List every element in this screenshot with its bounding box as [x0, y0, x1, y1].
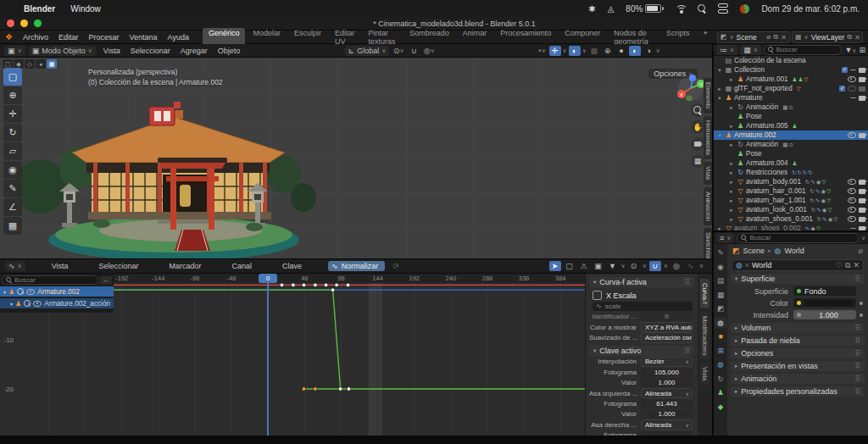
- topbar-menu[interactable]: Procesar: [84, 32, 125, 42]
- outliner-row[interactable]: ▸ ♟ Armature.004 ♟: [714, 158, 868, 168]
- surface-shader-button[interactable]: Fondo: [793, 286, 856, 296]
- viewport-menu[interactable]: Seleccionar: [126, 47, 175, 55]
- proportional-edit-toggle[interactable]: ◎: [670, 261, 682, 271]
- ghost-curves-toggle[interactable]: ▣: [593, 261, 604, 271]
- transform-orientation-dropdown[interactable]: ⊾ Global∨: [345, 46, 390, 56]
- collapsed-panel-header[interactable]: ▸Opciones ⠿: [731, 348, 865, 358]
- pin-icon[interactable]: [17, 288, 24, 295]
- mode-dropdown[interactable]: ▣ Modo Objeto∨: [29, 46, 96, 56]
- viewport-menu[interactable]: Objeto: [214, 47, 245, 55]
- copy-icon[interactable]: ⧉: [845, 261, 850, 270]
- expander-icon[interactable]: ▸: [728, 104, 735, 111]
- active-key-property-value[interactable]: 61.443: [641, 399, 693, 408]
- shading-wireframe-button[interactable]: ⊕: [602, 46, 614, 56]
- smoothing-dropdown[interactable]: Aceleración continua: [641, 332, 693, 343]
- pin-icon[interactable]: ⌀: [859, 247, 863, 255]
- shading-material-button[interactable]: ◐: [629, 46, 641, 56]
- magnet-snap-toggle[interactable]: ∪: [649, 261, 661, 271]
- collapsed-panel-header[interactable]: ▸Volumen ⠿: [731, 323, 865, 333]
- expander-icon[interactable]: ▸: [728, 160, 735, 167]
- viewlayer-selector[interactable]: ▦∨ ViewLayer ⧉ ✕: [792, 31, 863, 43]
- color-swatch[interactable]: [804, 300, 853, 306]
- fcurve-panel-header[interactable]: ▾ Curva-f activa ⠿: [589, 277, 694, 287]
- restriction-toggle-icon[interactable]: [859, 77, 865, 82]
- spotlight-icon[interactable]: [698, 4, 706, 13]
- restriction-toggle-icon[interactable]: [848, 179, 856, 185]
- expander-icon[interactable]: ▸: [728, 169, 735, 176]
- expand-channels-icon[interactable]: ↔: [100, 276, 112, 285]
- restriction-toggle-icon[interactable]: [850, 228, 856, 230]
- normalize-toggle[interactable]: ∿ Normalizar: [328, 261, 385, 271]
- restriction-toggle-icon[interactable]: [859, 198, 865, 203]
- outliner-row[interactable]: ▾ ♟ Armature: [714, 93, 868, 103]
- restriction-toggle-icon[interactable]: [848, 86, 856, 92]
- playhead-current-frame[interactable]: 0: [259, 274, 277, 283]
- restriction-toggle-icon[interactable]: [848, 207, 856, 213]
- expander-icon[interactable]: ▾: [10, 301, 13, 307]
- outliner-row[interactable]: ♟ Pose: [714, 149, 868, 158]
- graph-editor-menu[interactable]: Vista: [47, 262, 73, 270]
- world-datablock-selector[interactable]: ◍∨ World ♡ ⧉ ✕: [732, 259, 864, 271]
- toggle-perspective-icon[interactable]: ▦: [691, 154, 704, 168]
- outliner-row[interactable]: ▸ ▽ avaturn_shoes_0.001 ↻✎◉▽: [714, 214, 868, 224]
- filter-icon[interactable]: ▼∨: [844, 46, 856, 54]
- pan-hand-icon[interactable]: ✋: [691, 120, 704, 134]
- restriction-toggle-icon[interactable]: [848, 76, 856, 82]
- viewport-sidebar-tab[interactable]: Elemento: [704, 78, 713, 114]
- outliner-row[interactable]: ▸ ▽ avaturn_body.001 ↻✎◉▽: [714, 177, 868, 186]
- outliner-row[interactable]: ▤ Colección de la escena: [714, 56, 868, 65]
- expander-icon[interactable]: ▸: [728, 179, 735, 186]
- rna-path-field[interactable]: ∿scale: [593, 302, 693, 311]
- macos-app-menu[interactable]: Blender: [24, 4, 55, 14]
- restriction-toggle-icon[interactable]: [859, 68, 865, 73]
- restriction-toggle-icon[interactable]: [859, 189, 865, 194]
- active-key-property-value[interactable]: Alineada: [641, 419, 693, 430]
- active-key-panel-header[interactable]: ▾ Clave activo ⠿: [589, 346, 694, 356]
- restriction-toggle-icon[interactable]: [848, 197, 856, 203]
- outliner-row[interactable]: ▸ ▽ avaturn_look_0.001 ↻✎◉▽: [714, 205, 868, 214]
- xray-toggle[interactable]: ▩: [588, 46, 600, 56]
- scene-selector[interactable]: ◩∨ Scene ⌀ ⧉ ✕: [717, 31, 790, 43]
- expander-icon[interactable]: ▸: [728, 142, 735, 148]
- expander-icon[interactable]: ▾: [716, 67, 723, 74]
- properties-editor-type-button[interactable]: ≡∨: [716, 233, 734, 243]
- camera-view-icon[interactable]: [691, 137, 704, 151]
- blender-logo-icon[interactable]: ❖: [5, 32, 13, 42]
- expander-icon[interactable]: ▾: [716, 132, 723, 139]
- outliner-row[interactable]: ▸ ▦ glTF_not_exported ▽: [714, 84, 868, 93]
- outliner-row[interactable]: ▸ ▽ avaturn_shoes_0.002 ✎◉▽: [714, 224, 868, 230]
- copy-icon[interactable]: ⧉: [773, 33, 778, 42]
- topbar-menu[interactable]: Ayuda: [163, 32, 194, 42]
- only-selected-toggle[interactable]: ➤: [549, 261, 561, 271]
- properties-options-dropdown[interactable]: ∨: [861, 235, 865, 241]
- select-mode-subtract[interactable]: ◇: [25, 59, 35, 69]
- control-center-icon[interactable]: [718, 3, 728, 14]
- world-color-field[interactable]: [793, 298, 856, 308]
- expander-icon[interactable]: ▸: [728, 216, 735, 223]
- restriction-toggle-icon[interactable]: [850, 69, 856, 71]
- outliner-display-mode-dropdown[interactable]: ▦∨: [740, 45, 761, 55]
- graph-sidebar-tab[interactable]: Vista: [700, 363, 709, 386]
- snap-dropdown[interactable]: ⊙: [628, 261, 640, 271]
- outliner-row[interactable]: ▾ ▦ Collection: [714, 65, 868, 75]
- zoom-icon[interactable]: [691, 103, 704, 117]
- fake-user-icon[interactable]: ♡: [836, 261, 843, 269]
- navigation-gizmo[interactable]: X Y: [674, 71, 708, 105]
- outliner-row[interactable]: ▸ ♟ Armature.005 ♟: [714, 121, 868, 130]
- viewport-content[interactable]: ▢ ◆ ◇ ● ▦ Personalizada (perspectiva) (0…: [0, 58, 713, 258]
- graph-sidebar-tab[interactable]: Modificadores: [700, 312, 709, 360]
- viewport-menu[interactable]: Agregar: [176, 47, 212, 55]
- clock[interactable]: Dom 29 de mar. 6:02 p.m.: [761, 4, 860, 14]
- topbar-menu[interactable]: Ventana: [125, 32, 163, 42]
- viewport-sidebar-tab[interactable]: Animación: [704, 187, 713, 225]
- select-mode-invert[interactable]: ●: [36, 59, 46, 69]
- graph-editor-menu[interactable]: Canal: [228, 262, 257, 270]
- outliner-row[interactable]: ▸ ♟ Armature.001 ♟♟▽: [714, 75, 868, 84]
- maximize-window-button[interactable]: [34, 19, 42, 27]
- select-mode-intersect[interactable]: ▦: [47, 59, 57, 69]
- show-gizmo-toggle[interactable]: ✛: [549, 46, 561, 56]
- display-color-dropdown[interactable]: XYZ a RVA automá...: [641, 322, 693, 333]
- active-key-property-value[interactable]: Bezier: [641, 357, 693, 368]
- animate-intensity-icon[interactable]: [860, 314, 863, 317]
- expander-icon[interactable]: ▸: [728, 76, 735, 83]
